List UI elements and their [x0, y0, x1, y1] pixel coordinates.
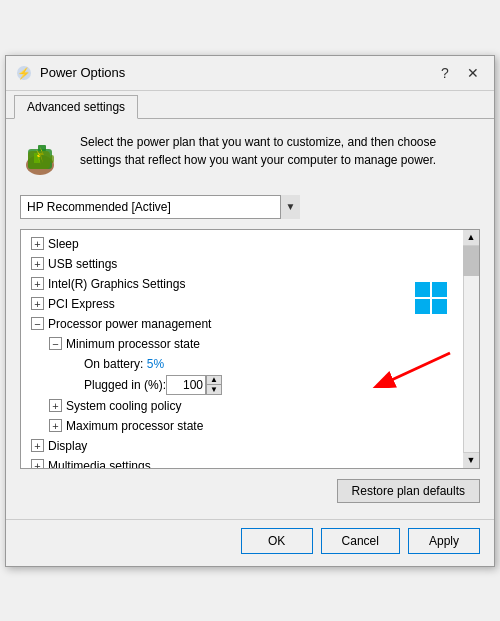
window-title: Power Options	[40, 65, 432, 80]
tree-item[interactable]: +Sleep	[23, 234, 477, 254]
dialog-footer: OK Cancel Apply	[6, 519, 494, 566]
tree-item[interactable]: +Intel(R) Graphics Settings	[23, 274, 477, 294]
collapse-icon[interactable]: −	[31, 317, 44, 330]
spinner-down-btn[interactable]: ▼	[206, 385, 222, 395]
help-button[interactable]: ?	[432, 62, 458, 84]
info-description: Select the power plan that you want to c…	[80, 133, 480, 169]
restore-plan-defaults-button[interactable]: Restore plan defaults	[337, 479, 480, 503]
window-icon: ⚡	[14, 63, 34, 83]
tree-item-label: Sleep	[48, 237, 79, 251]
tree-item-label: Processor power management	[48, 317, 211, 331]
plan-dropdown[interactable]: HP Recommended [Active]	[20, 195, 300, 219]
tree-item[interactable]: +Multimedia settings	[23, 456, 477, 469]
expand-icon[interactable]: +	[31, 439, 44, 452]
close-button[interactable]: ✕	[460, 62, 486, 84]
title-bar: ⚡ Power Options ? ✕	[6, 56, 494, 91]
restore-row: Restore plan defaults	[20, 479, 480, 503]
plan-dropdown-row: HP Recommended [Active] ▼	[20, 195, 480, 219]
tree-item[interactable]: −Processor power management	[23, 314, 477, 334]
svg-text:⚡: ⚡	[17, 66, 31, 80]
scrollbar-track[interactable]: ▲ ▼	[463, 230, 479, 468]
ok-button[interactable]: OK	[241, 528, 313, 554]
expand-icon[interactable]: +	[49, 399, 62, 412]
scroll-down-btn[interactable]: ▼	[463, 452, 479, 468]
power-options-dialog: ⚡ Power Options ? ✕ Advanced settings	[5, 55, 495, 567]
svg-rect-4	[38, 145, 46, 151]
tree-item-label: Display	[48, 439, 87, 453]
tree-item[interactable]: +Maximum processor state	[23, 416, 477, 436]
tree-item-label: USB settings	[48, 257, 117, 271]
tree-item-value: 5%	[147, 357, 164, 371]
settings-tree[interactable]: +Sleep+USB settings+Intel(R) Graphics Se…	[20, 229, 480, 469]
tree-item-label: Maximum processor state	[66, 419, 203, 433]
scroll-up-btn[interactable]: ▲	[463, 230, 479, 246]
tree-item-label: Minimum processor state	[66, 337, 200, 351]
tree-item[interactable]: On battery: 5%	[23, 354, 477, 374]
tree-item[interactable]: +USB settings	[23, 254, 477, 274]
spinner-up-btn[interactable]: ▲	[206, 375, 222, 385]
svg-rect-13	[432, 282, 447, 297]
expand-icon[interactable]: +	[31, 237, 44, 250]
expand-icon[interactable]: +	[49, 419, 62, 432]
expand-icon[interactable]: +	[31, 277, 44, 290]
spinner-wrapper: ▲▼	[166, 375, 222, 395]
spinner-buttons: ▲▼	[206, 375, 222, 395]
plan-dropdown-wrapper: HP Recommended [Active] ▼	[20, 195, 300, 219]
svg-rect-15	[432, 299, 447, 314]
expand-icon[interactable]: +	[31, 257, 44, 270]
scroll-thumb[interactable]	[463, 246, 479, 276]
tree-item[interactable]: −Minimum processor state	[23, 334, 477, 354]
title-bar-controls: ? ✕	[432, 62, 486, 84]
info-section: Select the power plan that you want to c…	[20, 133, 480, 181]
expand-icon[interactable]: +	[31, 297, 44, 310]
svg-rect-8	[50, 155, 54, 163]
advanced-settings-tab[interactable]: Advanced settings	[14, 95, 138, 119]
expand-icon[interactable]: +	[31, 459, 44, 469]
tree-item-label: PCI Express	[48, 297, 115, 311]
win10-logo	[413, 280, 449, 319]
tree-item-label: Plugged in (%):	[84, 378, 166, 392]
tree-item-label: On battery: 5%	[84, 357, 164, 371]
svg-rect-12	[415, 282, 430, 297]
apply-button[interactable]: Apply	[408, 528, 480, 554]
dialog-body: Select the power plan that you want to c…	[6, 119, 494, 519]
spinner-input[interactable]	[166, 375, 206, 395]
tree-item[interactable]: +System cooling policy	[23, 396, 477, 416]
tab-bar: Advanced settings	[6, 91, 494, 119]
tree-item-label: System cooling policy	[66, 399, 181, 413]
cancel-button[interactable]: Cancel	[321, 528, 400, 554]
tree-item[interactable]: +PCI Express	[23, 294, 477, 314]
collapse-icon[interactable]: −	[49, 337, 62, 350]
tree-item-label: Intel(R) Graphics Settings	[48, 277, 185, 291]
tree-item[interactable]: +Display	[23, 436, 477, 456]
tree-item-label: Multimedia settings	[48, 459, 151, 469]
svg-rect-14	[415, 299, 430, 314]
tree-item[interactable]: Plugged in (%): ▲▼	[23, 374, 477, 396]
power-plan-icon	[20, 133, 68, 181]
